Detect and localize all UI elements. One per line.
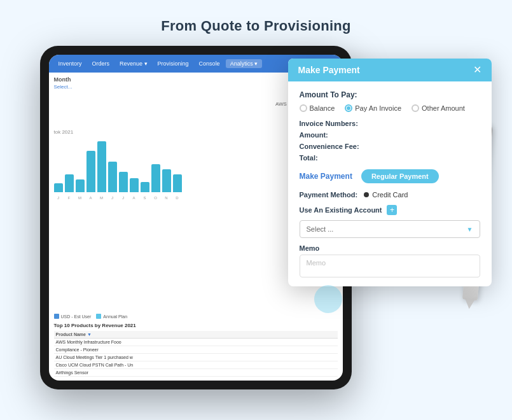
legend-dot-0: [54, 314, 59, 319]
nav-item-analytics[interactable]: Analytics ▾: [226, 59, 263, 68]
credit-card-label: Credit Card: [372, 191, 408, 199]
payment-method-label: Payment Method:: [300, 191, 358, 199]
convenience-fee-row: Convenience Fee:: [300, 143, 480, 150]
page-title: From Quote to Provisioning: [161, 18, 351, 34]
chart-bar-dec: [173, 174, 182, 192]
radio-circle-invoice: [345, 104, 352, 112]
chart-bar-jun: [108, 162, 117, 192]
legend-label-0: USD - Est User: [61, 314, 92, 319]
legend-item-1: Annual Plan: [96, 314, 127, 319]
add-account-button[interactable]: +: [387, 205, 397, 215]
legend-item-0: USD - Est User: [54, 314, 92, 319]
table-cell: AU Cloud Meetings Tier 1 purchased w: [54, 354, 338, 361]
chart-bar-feb: [65, 174, 74, 192]
convenience-fee-label: Convenience Fee:: [300, 143, 370, 150]
chart-label-8: S: [141, 196, 149, 200]
chart-legend: USD - Est User Annual Plan: [54, 314, 338, 319]
bullet-icon: [364, 192, 369, 197]
modal-header: Make Payment ✕: [288, 59, 492, 81]
table-row: AWS Monthly Infrastructure Fooo: [54, 339, 338, 346]
amount-label: Amount:: [300, 131, 370, 139]
chart-bar-jan: [54, 183, 63, 192]
memo-placeholder: Memo: [307, 259, 326, 267]
amount-row: Amount:: [300, 131, 480, 139]
memo-input[interactable]: Memo: [300, 255, 480, 277]
radio-pay-invoice[interactable]: Pay An Invoice: [345, 104, 401, 112]
amount-radio-group: Balance Pay An Invoice Other Amount: [300, 104, 480, 112]
chart-label-1: F: [65, 196, 74, 200]
modal-close-button[interactable]: ✕: [473, 65, 481, 75]
chart-label-7: A: [130, 196, 139, 200]
radio-balance[interactable]: Balance: [300, 104, 335, 112]
payment-method-value: Credit Card: [364, 191, 408, 199]
scene: Inventory Orders Revenue ▾ Provisioning …: [21, 46, 492, 402]
amount-section-title: Amount To Pay:: [300, 90, 480, 99]
legend-label-1: Annual Plan: [103, 314, 127, 319]
radio-invoice-label: Pay An Invoice: [355, 104, 401, 112]
table-cell: Compliance - Pioneer: [54, 346, 338, 354]
legend-dot-1: [96, 314, 101, 319]
nav-item-console[interactable]: Console: [195, 59, 225, 68]
radio-balance-label: Balance: [310, 104, 335, 112]
col-product-name: Product Name ▼: [54, 331, 338, 339]
modal-body: Amount To Pay: Balance Pay An Invoice Ot…: [288, 81, 492, 286]
make-payment-modal: Make Payment ✕ Amount To Pay: Balance Pa…: [288, 59, 492, 286]
chart-bar-apr: [86, 151, 95, 192]
table-row: Airthings Sensor: [54, 369, 338, 377]
table-title: Top 10 Products by Revenue 2021: [54, 323, 338, 328]
chart-label-11: D: [173, 196, 182, 200]
nav-item-orders[interactable]: Orders: [88, 59, 114, 68]
chart-label-10: N: [162, 196, 171, 200]
table-row: AU Cloud Meetings Tier 1 purchased w: [54, 354, 338, 361]
tab-regular-payment[interactable]: Regular Payment: [361, 169, 439, 183]
existing-account-label: Use An Existing Account: [300, 206, 382, 214]
radio-circle-other: [412, 104, 419, 112]
chart-bar-jul: [119, 172, 128, 192]
chart-bar-sep: [141, 182, 149, 192]
radio-other-label: Other Amount: [422, 104, 465, 112]
invoice-numbers-label: Invoice Numbers:: [300, 120, 370, 127]
nav-item-provisioning[interactable]: Provisioning: [153, 59, 193, 68]
invoice-numbers-row: Invoice Numbers:: [300, 120, 480, 127]
chart-label-0: J: [54, 196, 63, 200]
existing-account-row: Use An Existing Account +: [300, 205, 480, 215]
table-row: Cisco UCM Cloud PSTN Call Path - Un: [54, 361, 338, 369]
tab-group: Make Payment Regular Payment: [300, 169, 480, 183]
radio-other-amount[interactable]: Other Amount: [412, 104, 465, 112]
tab-make-payment[interactable]: Make Payment: [300, 171, 352, 182]
payment-method-row: Payment Method: Credit Card: [300, 191, 480, 199]
chart-bar-nov: [162, 169, 171, 192]
modal-title: Make Payment: [298, 65, 360, 75]
radio-inner-invoice: [347, 106, 350, 110]
pencil-tip: [464, 298, 474, 309]
table-cell: Airthings Sensor: [54, 369, 338, 377]
nav-item-revenue[interactable]: Revenue ▾: [115, 59, 152, 68]
chart-label-3: A: [86, 196, 95, 200]
total-row: Total:: [300, 154, 480, 162]
dropdown-arrow-icon: ▼: [467, 226, 473, 233]
table-row: Compliance - Pioneer: [54, 346, 338, 354]
radio-circle-balance: [300, 104, 307, 112]
filter-icon[interactable]: ▼: [87, 332, 92, 337]
total-label: Total:: [300, 154, 370, 162]
chart-label-6: J: [119, 196, 128, 200]
account-select-dropdown[interactable]: Select ... ▼: [300, 220, 480, 238]
chart-label-4: M: [97, 196, 106, 200]
chart-bar-may: [97, 141, 106, 192]
chart-bar-mar: [76, 179, 85, 192]
mini-table: Product Name ▼ AWS Monthly Infrastructur…: [54, 331, 338, 377]
table-cell: AWS Monthly Infrastructure Fooo: [54, 339, 338, 346]
chart-bar-aug: [130, 178, 139, 192]
select-placeholder: Select ...: [307, 225, 334, 233]
chart-label-5: J: [108, 196, 117, 200]
nav-item-inventory[interactable]: Inventory: [54, 59, 86, 68]
tab-circle-overlay: [314, 285, 342, 313]
chart-label-2: M: [76, 196, 85, 200]
chart-bar-oct: [151, 164, 160, 192]
memo-label: Memo: [300, 244, 480, 252]
table-cell: Cisco UCM Cloud PSTN Call Path - Un: [54, 361, 338, 369]
chart-label-9: O: [151, 196, 160, 200]
table-section: Top 10 Products by Revenue 2021 Product …: [54, 323, 338, 377]
